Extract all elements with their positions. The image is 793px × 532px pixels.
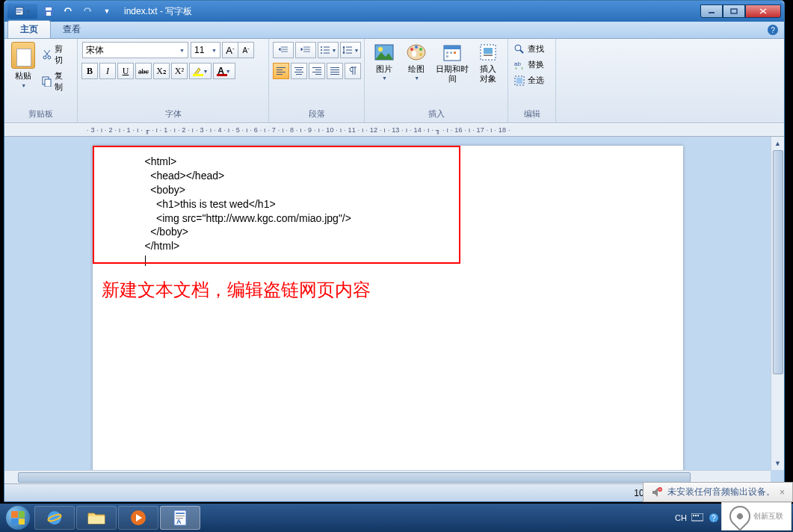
svg-rect-6 — [46, 12, 51, 16]
align-justify-button[interactable] — [327, 63, 343, 79]
cut-button[interactable]: 剪切 — [40, 42, 72, 67]
indent-button[interactable] — [295, 42, 316, 58]
taskbar: A CH ? ▴ — [0, 504, 793, 532]
font-color-button[interactable]: A▼ — [213, 63, 235, 79]
hscroll-thumb[interactable] — [18, 472, 691, 483]
svg-rect-28 — [454, 52, 456, 54]
shrink-font-button[interactable]: Aˇ — [238, 42, 254, 58]
highlight-color-button[interactable]: ▼ — [189, 63, 212, 79]
help-icon[interactable]: ? — [768, 25, 778, 35]
font-family-select[interactable]: 宋体▼ — [82, 42, 188, 58]
paragraph-dialog-button[interactable] — [345, 63, 361, 79]
line-spacing-button[interactable]: ▼ — [340, 42, 361, 58]
redo-icon[interactable] — [79, 4, 96, 19]
close-button[interactable] — [745, 4, 781, 18]
svg-point-17 — [378, 47, 383, 52]
qat-customize-icon[interactable]: ▼ — [99, 4, 115, 19]
task-wordpad[interactable]: A — [160, 506, 200, 530]
task-media-player[interactable] — [118, 506, 158, 530]
ribbon: 粘贴 ▼ 剪切 复制 剪贴板 宋体▼ — [4, 39, 784, 123]
svg-rect-50 — [697, 515, 699, 516]
keyboard-icon[interactable] — [691, 512, 703, 524]
insert-group-label: 插入 — [369, 107, 503, 121]
save-icon[interactable] — [40, 4, 57, 19]
line-spacing-icon — [342, 46, 353, 55]
help-tray-icon[interactable]: ? — [708, 512, 720, 524]
svg-text:?: ? — [712, 514, 716, 522]
work-area: · 3 · ı · 2 · ı · 1 · ı · ╓ · ı · 1 · ı … — [4, 124, 784, 483]
svg-rect-40 — [88, 516, 105, 524]
outdent-button[interactable] — [273, 42, 294, 58]
svg-point-21 — [419, 48, 422, 51]
page-scroll-container[interactable]: <html> <head></head> <boby> <h1>this is … — [4, 137, 771, 483]
app-menu-button[interactable]: ▼ — [7, 4, 37, 19]
maximize-button[interactable] — [723, 4, 745, 18]
task-ie[interactable] — [34, 506, 75, 530]
bullets-icon — [320, 46, 330, 55]
svg-rect-1 — [16, 9, 22, 10]
ime-indicator[interactable]: CH — [675, 513, 687, 522]
tab-home[interactable]: 主页 — [7, 20, 51, 38]
align-right-button[interactable] — [309, 63, 325, 79]
audio-notification[interactable]: 未安装任何音频输出设备。 × — [643, 482, 793, 502]
replace-button[interactable]: ab替换 — [513, 58, 546, 72]
align-left-button[interactable] — [273, 63, 289, 79]
insert-object-button[interactable]: 插入 对象 — [474, 42, 503, 84]
notif-close-icon[interactable]: × — [780, 487, 785, 498]
ribbon-tabs: 主页 查看 ? — [4, 22, 784, 39]
document-page[interactable]: <html> <head></head> <boby> <h1>this is … — [93, 146, 683, 483]
bold-button[interactable]: B — [81, 63, 98, 79]
select-all-button[interactable]: 全选 — [513, 73, 546, 87]
annotation-text: 新建文本文档，编辑盗链网页内容 — [102, 278, 683, 302]
edit-group-label: 编辑 — [513, 107, 551, 121]
font-size-select[interactable]: 11▼ — [191, 42, 220, 58]
wordpad-icon: A — [173, 510, 188, 526]
insert-picture-button[interactable]: 图片▼ — [369, 42, 398, 81]
annotation-box — [93, 146, 460, 264]
svg-point-20 — [415, 46, 418, 49]
vertical-scrollbar[interactable]: ▲▼ — [771, 137, 784, 470]
paste-button[interactable]: 粘贴 ▼ — [9, 42, 37, 88]
object-icon — [478, 42, 499, 63]
outdent-icon — [278, 46, 288, 55]
group-edit: 查找 ab替换 全选 编辑 — [508, 39, 556, 123]
subscript-button[interactable]: X₂ — [153, 63, 170, 79]
group-paragraph: ▼ ▼ 段落 — [269, 39, 365, 123]
minimize-button[interactable] — [700, 4, 723, 18]
scroll-down-icon[interactable]: ▼ — [771, 457, 784, 470]
svg-point-10 — [47, 56, 50, 59]
superscript-button[interactable]: X² — [171, 63, 188, 79]
svg-point-22 — [419, 53, 422, 56]
svg-point-14 — [321, 49, 322, 51]
indent-icon — [300, 46, 311, 55]
paragraph-group-label: 段落 — [274, 107, 360, 121]
horizontal-ruler[interactable]: · 3 · ı · 2 · ı · 1 · ı · ╓ · ı · 1 · ı … — [4, 124, 784, 137]
find-icon — [514, 44, 525, 55]
insert-datetime-button[interactable]: 日期和时间 — [433, 42, 471, 84]
svg-rect-7 — [709, 12, 715, 13]
watermark-logo-icon — [725, 501, 755, 531]
svg-point-23 — [412, 51, 416, 57]
insert-paint-button[interactable]: 绘图▼ — [401, 42, 431, 81]
paragraph-icon — [348, 66, 357, 75]
bullets-button[interactable]: ▼ — [318, 42, 339, 58]
svg-rect-12 — [45, 79, 51, 87]
task-explorer[interactable] — [76, 506, 117, 530]
vscroll-thumb[interactable] — [773, 150, 783, 374]
copy-button[interactable]: 复制 — [40, 69, 72, 94]
start-button[interactable] — [3, 505, 33, 531]
grow-font-button[interactable]: Aˆ — [222, 42, 238, 58]
scroll-up-icon[interactable]: ▲ — [771, 137, 784, 150]
tab-view[interactable]: 查看 — [51, 21, 93, 38]
undo-icon[interactable] — [60, 4, 76, 19]
italic-button[interactable]: I — [99, 63, 116, 79]
clipboard-group-label: 剪贴板 — [9, 107, 72, 121]
media-player-icon — [130, 510, 146, 526]
find-button[interactable]: 查找 — [513, 42, 546, 56]
align-center-button[interactable] — [291, 63, 307, 79]
scissors-icon — [42, 49, 52, 60]
paste-icon — [11, 42, 35, 69]
strikethrough-button[interactable]: abc — [135, 63, 152, 79]
underline-button[interactable]: U — [117, 63, 134, 79]
copy-icon — [42, 76, 52, 87]
